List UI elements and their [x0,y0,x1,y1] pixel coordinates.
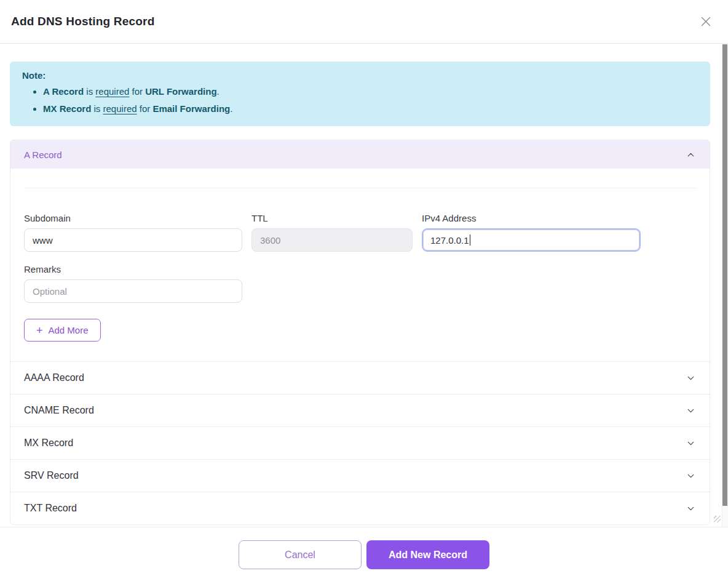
close-icon [699,15,713,28]
a-record-form-row: Subdomain TTL IPv4 Address 127.0.0.1 [24,213,696,252]
dns-record-accordion: A Record Subdomain TTL [10,140,710,525]
note-bold-record: A Record [43,86,84,97]
note-text: . [217,86,220,97]
chevron-down-icon [686,471,696,481]
note-text: is [91,103,103,114]
add-dns-record-modal: Add DNS Hosting Record Note: A Record is… [0,0,728,584]
note-bold-target: URL Forwarding [145,86,216,97]
note-text: is [84,86,95,97]
scrollbar-thumb[interactable] [722,44,727,506]
ipv4-address-value: 127.0.0.1 [430,235,469,246]
accordion-header-txt-record[interactable]: TXT Record [10,492,710,524]
accordion-label: MX Record [24,438,73,449]
add-more-button[interactable]: + Add More [24,319,101,342]
a-record-panel: Subdomain TTL IPv4 Address 127.0.0.1 [10,188,710,361]
ipv4-field-group: IPv4 Address 127.0.0.1 [422,213,641,252]
remarks-input[interactable] [24,279,242,303]
accordion-label: TXT Record [24,503,77,514]
accordion-label: CNAME Record [24,405,94,416]
note-text: for [129,86,145,97]
accordion-header-cname-record[interactable]: CNAME Record [10,394,710,426]
note-text: . [230,103,232,114]
chevron-down-icon [686,373,696,383]
panel-divider [24,188,696,188]
note-heading: Note: [22,70,698,81]
note-bold-record: MX Record [43,103,91,114]
accordion-header-srv-record[interactable]: SRV Record [10,459,710,492]
note-underlined-required: required [95,86,129,97]
subdomain-input[interactable] [24,228,242,252]
add-more-label: Add More [49,325,89,335]
modal-footer: Cancel Add New Record [0,527,728,584]
accordion-label: AAAA Record [24,372,84,383]
cancel-button[interactable]: Cancel [239,540,362,569]
text-cursor [470,234,470,246]
chevron-down-icon [686,438,696,449]
subdomain-label: Subdomain [24,213,242,223]
modal-title: Add DNS Hosting Record [11,15,154,28]
modal-header: Add DNS Hosting Record [0,0,728,44]
note-item-a-record: A Record is required for URL Forwarding. [43,84,698,99]
chevron-down-icon [686,406,696,416]
note-item-mx-record: MX Record is required for Email Forwardi… [43,102,698,116]
subdomain-field-group: Subdomain [24,213,242,252]
resize-grip-icon [714,516,721,522]
ttl-field-group: TTL [251,213,413,252]
ipv4-address-input[interactable]: 127.0.0.1 [422,228,641,252]
remarks-field-group: Remarks [24,264,242,303]
ttl-input [251,228,413,252]
note-list: A Record is required for URL Forwarding.… [22,84,698,116]
remarks-label: Remarks [24,264,242,274]
close-button[interactable] [697,13,714,30]
accordion-header-aaaa-record[interactable]: AAAA Record [10,361,710,394]
chevron-up-icon [686,150,696,160]
ttl-label: TTL [251,213,413,223]
vertical-scrollbar[interactable] [722,44,728,527]
plus-icon: + [36,325,43,336]
note-text: for [137,103,153,114]
accordion-label: SRV Record [24,470,79,481]
accordion-header-mx-record[interactable]: MX Record [10,426,710,459]
accordion-label: A Record [24,150,62,160]
note-box: Note: A Record is required for URL Forwa… [10,62,710,126]
add-new-record-button[interactable]: Add New Record [366,540,489,569]
accordion-header-a-record[interactable]: A Record [10,140,710,169]
modal-body: Note: A Record is required for URL Forwa… [0,44,728,527]
note-underlined-required: required [103,103,137,114]
note-bold-target: Email Forwarding [152,103,230,114]
chevron-down-icon [686,503,696,514]
ipv4-address-label: IPv4 Address [422,213,641,223]
